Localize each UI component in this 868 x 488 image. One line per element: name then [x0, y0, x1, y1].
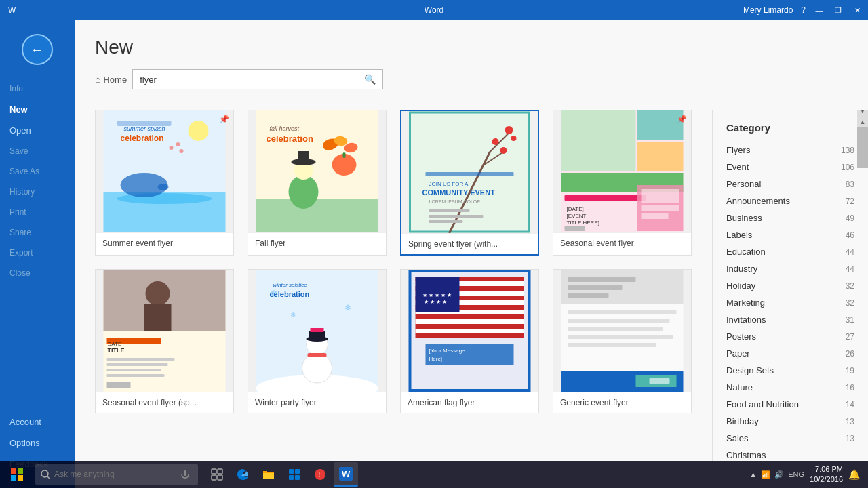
store-button[interactable]	[282, 462, 307, 487]
taskbar-clock[interactable]: 7:06 PM 10/2/2016	[810, 464, 843, 485]
category-title: Category	[713, 117, 868, 142]
sidebar-item-info[interactable]: Info	[0, 79, 75, 99]
category-name-food: Food and Nutrition	[726, 399, 799, 409]
template-thumb-flag: ★ ★ ★ ★ ★ ★ ★ ★ ★ [Your Message Here]	[401, 270, 538, 392]
svg-rect-34	[426, 172, 514, 176]
svg-text:COMMUNITY EVENT: COMMUNITY EVENT	[422, 188, 496, 197]
template-fall[interactable]: fall harvest celebration	[248, 110, 387, 256]
svg-rect-50	[565, 226, 585, 231]
category-name-labels: Labels	[726, 230, 752, 240]
svg-rect-74	[308, 353, 327, 357]
task-view-button[interactable]	[205, 462, 229, 487]
taskbar-search-bar[interactable]	[35, 464, 198, 485]
category-scroll-down[interactable]: ▼	[857, 110, 868, 117]
category-count-food: 14	[846, 400, 854, 409]
svg-rect-98	[568, 285, 623, 290]
category-name-paper: Paper	[726, 348, 750, 359]
volume-icon[interactable]: 🔊	[774, 470, 784, 479]
sidebar-item-export[interactable]: Export	[0, 243, 75, 263]
back-button[interactable]: ←	[22, 34, 53, 65]
svg-rect-110	[11, 475, 16, 481]
template-american-flag[interactable]: ★ ★ ★ ★ ★ ★ ★ ★ ★ [Your Message Here] Am…	[400, 269, 539, 413]
close-btn[interactable]: ✕	[852, 5, 863, 16]
sidebar-item-new[interactable]: New	[0, 99, 75, 120]
sidebar-item-history[interactable]: History	[0, 182, 75, 202]
svg-text:winter solstice: winter solstice	[273, 282, 308, 288]
maximize-btn[interactable]: ❐	[833, 5, 844, 16]
home-link[interactable]: ⌂ Home	[95, 74, 127, 85]
sidebar-item-print[interactable]: Print	[0, 202, 75, 222]
svg-text:summer splash: summer splash	[124, 125, 165, 132]
pin-icon-seasonal: 📌	[677, 115, 687, 124]
sidebar-item-open[interactable]: Open	[0, 120, 75, 141]
category-personal[interactable]: Personal 83	[713, 176, 868, 192]
search-input[interactable]	[133, 70, 357, 89]
sidebar-item-save-as[interactable]: Save As	[0, 161, 75, 182]
template-seasonal-sp[interactable]: DATE TITLE Seasonal event flyer (sp...	[95, 269, 234, 413]
category-industry[interactable]: Industry 44	[713, 260, 868, 277]
edge-button[interactable]	[231, 462, 255, 487]
svg-text:celebration: celebration	[267, 134, 313, 144]
svg-point-8	[158, 184, 169, 190]
svg-rect-58	[144, 304, 172, 331]
template-summer[interactable]: summer splash celebration Summer event f…	[95, 110, 234, 256]
template-thumb-seasonal-sp: DATE TITLE	[96, 270, 233, 392]
category-count-education: 44	[846, 247, 854, 257]
category-holiday[interactable]: Holiday 32	[713, 277, 868, 294]
category-count-nature: 16	[846, 383, 854, 392]
category-count-personal: 83	[846, 180, 854, 189]
svg-rect-121	[289, 469, 294, 474]
category-announcements[interactable]: Announcements 72	[713, 192, 868, 209]
template-winter[interactable]: ❄ ❄ ❄ winter solstice celebration Winter…	[248, 269, 387, 413]
category-education[interactable]: Education 44	[713, 243, 868, 260]
category-sales[interactable]: Sales 13	[713, 430, 868, 447]
category-posters[interactable]: Posters 27	[713, 328, 868, 345]
home-icon: ⌂	[95, 74, 100, 85]
category-labels[interactable]: Labels 46	[713, 226, 868, 243]
show-hidden-icons[interactable]: ▲	[749, 470, 757, 479]
svg-rect-102	[568, 327, 663, 331]
lang-indicator[interactable]: ENG	[788, 470, 804, 479]
svg-text:DATE: DATE	[108, 341, 122, 347]
category-scroll-up[interactable]: ▲	[857, 117, 868, 127]
category-marketing[interactable]: Marketing 32	[713, 294, 868, 311]
category-flyers[interactable]: Flyers 138	[713, 142, 868, 159]
svg-text:❄: ❄	[290, 311, 296, 319]
category-nature[interactable]: Nature 16	[713, 379, 868, 396]
category-birthday[interactable]: Birthday 13	[713, 413, 868, 430]
template-generic[interactable]: Generic event flyer	[553, 269, 692, 413]
notification-button[interactable]: 🔔	[848, 469, 860, 480]
category-christmas[interactable]: Christmas	[713, 447, 868, 461]
word-button[interactable]: W	[334, 462, 358, 487]
sidebar-item-close[interactable]: Close	[0, 263, 75, 283]
category-invitations[interactable]: Invitations 31	[713, 311, 868, 328]
category-name-invitations: Invitations	[726, 314, 766, 325]
explorer-button[interactable]	[256, 462, 281, 487]
sidebar-item-save[interactable]: Save	[0, 141, 75, 161]
titlebar-left: W	[0, 5, 16, 15]
sidebar-item-account[interactable]: Account	[0, 411, 75, 432]
svg-rect-103	[568, 335, 673, 339]
category-count-industry: 44	[846, 264, 854, 274]
svg-point-2	[189, 121, 209, 141]
category-name-business: Business	[726, 213, 762, 223]
category-paper[interactable]: Paper 26	[713, 345, 868, 362]
help-icon[interactable]: ?	[801, 5, 806, 15]
category-business[interactable]: Business 49	[713, 209, 868, 226]
category-design-sets[interactable]: Design Sets 19	[713, 362, 868, 379]
taskbar-search-icon	[41, 470, 50, 479]
template-spring[interactable]: JOIN US FOR A COMMUNITY EVENT LOREM IPSU…	[400, 110, 539, 256]
clock-time: 7:06 PM	[810, 464, 843, 474]
category-food[interactable]: Food and Nutrition 14	[713, 396, 868, 413]
taskbar-search-input[interactable]	[54, 470, 176, 479]
template-seasonal[interactable]: [DATE] [EVENT TITLE HERE] Seasonal event…	[553, 110, 692, 256]
search-button[interactable]: 🔍	[357, 70, 382, 89]
start-button[interactable]	[3, 462, 31, 487]
security-button[interactable]: !	[308, 462, 332, 487]
category-event[interactable]: Event 106	[713, 159, 868, 176]
minimize-btn[interactable]: —	[814, 5, 825, 16]
titlebar-user: Mery Limardo	[743, 5, 793, 15]
sidebar-item-options[interactable]: Options	[0, 432, 75, 453]
sidebar-item-share[interactable]: Share	[0, 222, 75, 243]
svg-point-10	[176, 142, 180, 146]
